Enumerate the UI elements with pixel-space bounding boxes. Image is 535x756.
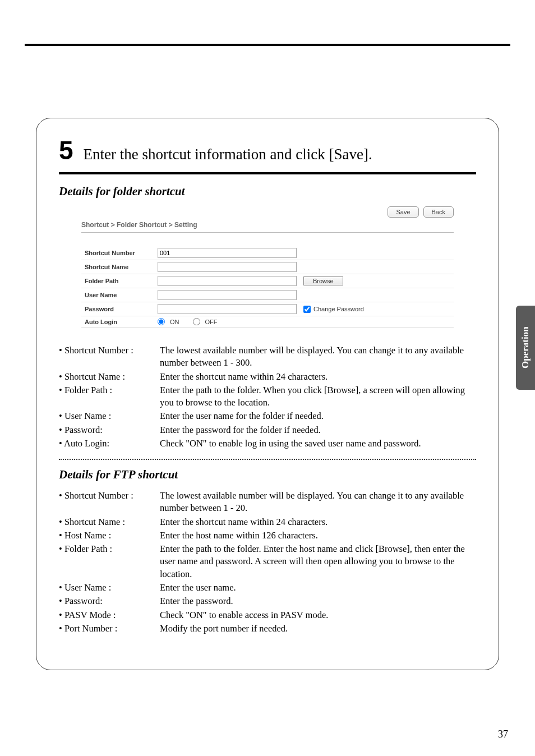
list-item: • Shortcut Number : The lowest available… [59, 344, 476, 370]
change-password-checkbox[interactable] [303, 306, 311, 313]
bullet-label: • PASV Mode : [59, 609, 160, 621]
shortcut-name-input[interactable] [158, 262, 297, 272]
folder-shortcut-ui: Save Back Shortcut > Folder Shortcut > S… [81, 206, 454, 328]
bullet-label: • Shortcut Number : [59, 490, 160, 515]
list-item: • Password: Enter the password. [59, 595, 476, 607]
ftp-bullet-list: • Shortcut Number : The lowest available… [59, 490, 476, 635]
on-label: ON [170, 319, 179, 325]
bullet-desc: Enter the path to the folder. When you c… [160, 384, 476, 409]
row-auto-login: Auto Login ON OFF [81, 316, 454, 328]
browse-button[interactable]: Browse [303, 276, 343, 285]
step-title: Enter the shortcut information and click… [84, 146, 372, 163]
auto-login-on-radio[interactable] [158, 318, 165, 325]
bullet-desc: Enter the password. [160, 595, 476, 607]
bullet-label: • User Name : [59, 582, 160, 594]
auto-login-off-radio[interactable] [193, 318, 200, 325]
folder-bullet-list: • Shortcut Number : The lowest available… [59, 344, 476, 450]
top-buttons: Save Back [81, 206, 454, 218]
bullet-label: • Shortcut Name : [59, 516, 160, 528]
list-item: • Folder Path : Enter the path to the fo… [59, 543, 476, 580]
user-name-label: User Name [81, 288, 154, 302]
list-item: • User Name : Enter the user name. [59, 582, 476, 594]
bullet-label: • Auto Login: [59, 437, 160, 450]
user-name-input[interactable] [158, 290, 297, 300]
back-button[interactable]: Back [423, 206, 454, 218]
step-number: 5 [59, 135, 73, 165]
bullet-desc: Enter the user name for the folder if ne… [160, 410, 476, 422]
dotted-divider [59, 459, 476, 460]
step-header: 5 Enter the shortcut information and cli… [59, 135, 476, 174]
bullet-desc: The lowest available number will be disp… [160, 344, 476, 370]
list-item: • Auto Login: Check "ON" to enable log i… [59, 437, 476, 450]
bullet-desc: Modify the port number if needed. [160, 623, 476, 635]
bullet-desc: Enter the shortcut name within 24 charac… [160, 516, 476, 528]
list-item: • Port Number : Modify the port number i… [59, 623, 476, 635]
change-password-label: Change Password [313, 306, 364, 312]
shortcut-number-input[interactable] [158, 248, 297, 258]
list-item: • Folder Path : Enter the path to the fo… [59, 384, 476, 409]
form-table: Shortcut Number Shortcut Name Folder Pat… [81, 246, 454, 328]
list-item: • Shortcut Name : Enter the shortcut nam… [59, 516, 476, 528]
bullet-desc: Enter the shortcut name within 24 charac… [160, 371, 476, 383]
shortcut-name-label: Shortcut Name [81, 260, 154, 274]
list-item: • User Name : Enter the user name for th… [59, 410, 476, 422]
bullet-desc: Enter the host name within 126 character… [160, 529, 476, 542]
auto-login-label: Auto Login [81, 316, 154, 328]
bullet-label: • Folder Path : [59, 384, 160, 409]
row-password: Password Change Password [81, 302, 454, 316]
bullet-desc: Check "ON" to enable log in using the sa… [160, 437, 476, 450]
page-number: 37 [498, 729, 508, 740]
save-button[interactable]: Save [388, 206, 418, 218]
folder-path-label: Folder Path [81, 274, 154, 288]
bullet-label: • User Name : [59, 410, 160, 422]
shortcut-number-label: Shortcut Number [81, 246, 154, 260]
row-folder-path: Folder Path Browse [81, 274, 454, 288]
bullet-label: • Host Name : [59, 529, 160, 542]
off-label: OFF [205, 319, 218, 325]
bullet-label: • Shortcut Name : [59, 371, 160, 383]
row-user-name: User Name [81, 288, 454, 302]
folder-section-title: Details for folder shortcut [59, 185, 476, 199]
folder-path-input[interactable] [158, 276, 297, 286]
bullet-desc: Enter the password for the folder if nee… [160, 424, 476, 436]
password-input[interactable] [158, 304, 297, 314]
bullet-label: • Password: [59, 424, 160, 436]
bullet-label: • Password: [59, 595, 160, 607]
bullet-desc: Check "ON" to enable access in PASV mode… [160, 609, 476, 621]
bullet-desc: The lowest available number will be disp… [160, 490, 476, 515]
page-top-rule [25, 44, 510, 46]
bullet-label: • Shortcut Number : [59, 344, 160, 370]
ftp-section-title: Details for FTP shortcut [59, 468, 476, 482]
bullet-desc: Enter the user name. [160, 582, 476, 594]
breadcrumb: Shortcut > Folder Shortcut > Setting [81, 221, 454, 233]
row-shortcut-name: Shortcut Name [81, 260, 454, 274]
list-item: • Shortcut Number : The lowest available… [59, 490, 476, 515]
list-item: • Password: Enter the password for the f… [59, 424, 476, 436]
password-label: Password [81, 302, 154, 316]
list-item: • PASV Mode : Check "ON" to enable acces… [59, 609, 476, 621]
bullet-label: • Port Number : [59, 623, 160, 635]
bullet-desc: Enter the path to the folder. Enter the … [160, 543, 476, 580]
list-item: • Host Name : Enter the host name within… [59, 529, 476, 542]
bullet-label: • Folder Path : [59, 543, 160, 580]
side-tab-operation: Operation [516, 306, 535, 390]
row-shortcut-number: Shortcut Number [81, 246, 454, 260]
list-item: • Shortcut Name : Enter the shortcut nam… [59, 371, 476, 383]
content-frame: 5 Enter the shortcut information and cli… [36, 118, 499, 670]
